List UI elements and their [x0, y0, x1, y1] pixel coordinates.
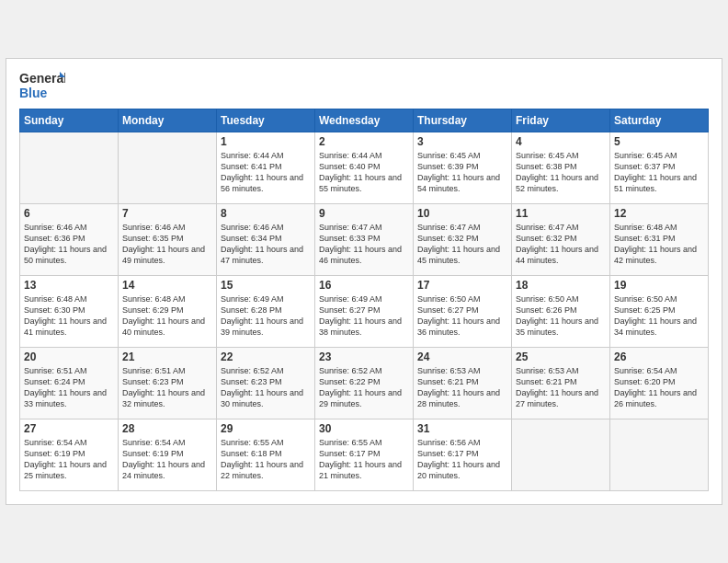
cell-content: Sunrise: 6:51 AMSunset: 6:24 PMDaylight:… [24, 365, 114, 410]
day-number: 18 [516, 279, 606, 292]
calendar-cell: 25Sunrise: 6:53 AMSunset: 6:21 PMDayligh… [512, 348, 610, 419]
svg-text:General: General [19, 71, 65, 86]
day-number: 9 [319, 207, 409, 220]
calendar-cell: 13Sunrise: 6:48 AMSunset: 6:30 PMDayligh… [20, 276, 119, 348]
day-number: 30 [319, 422, 409, 435]
cell-content: Sunrise: 6:45 AMSunset: 6:39 PMDaylight:… [417, 150, 507, 195]
calendar-cell: 3Sunrise: 6:45 AMSunset: 6:39 PMDaylight… [414, 132, 512, 204]
svg-text:Blue: Blue [19, 86, 48, 100]
day-number: 20 [24, 350, 114, 363]
calendar-container: General Blue SundayMondayTuesdayWednesda… [6, 58, 722, 505]
calendar-cell: 7Sunrise: 6:46 AMSunset: 6:35 PMDaylight… [119, 204, 217, 276]
calendar-cell: 24Sunrise: 6:53 AMSunset: 6:21 PMDayligh… [414, 348, 512, 419]
cell-content: Sunrise: 6:53 AMSunset: 6:21 PMDaylight:… [417, 365, 507, 410]
calendar-cell: 20Sunrise: 6:51 AMSunset: 6:24 PMDayligh… [20, 348, 119, 419]
calendar-cell: 9Sunrise: 6:47 AMSunset: 6:33 PMDaylight… [315, 204, 414, 276]
weekday-header-saturday: Saturday [610, 109, 709, 132]
week-row-1: 1Sunrise: 6:44 AMSunset: 6:41 PMDaylight… [20, 132, 709, 204]
day-number: 11 [516, 207, 606, 220]
day-number: 28 [122, 422, 212, 435]
day-number: 2 [319, 135, 409, 148]
day-number: 22 [221, 350, 311, 363]
weekday-header-row: SundayMondayTuesdayWednesdayThursdayFrid… [20, 109, 709, 132]
calendar-cell: 12Sunrise: 6:48 AMSunset: 6:31 PMDayligh… [610, 204, 709, 276]
calendar-cell: 22Sunrise: 6:52 AMSunset: 6:23 PMDayligh… [217, 348, 315, 419]
day-number: 23 [319, 350, 409, 363]
day-number: 16 [319, 279, 409, 292]
day-number: 7 [122, 207, 212, 220]
day-number: 6 [24, 207, 114, 220]
cell-content: Sunrise: 6:48 AMSunset: 6:30 PMDaylight:… [24, 293, 114, 339]
day-number: 25 [516, 350, 606, 363]
header-row: General Blue [19, 68, 709, 103]
calendar-cell: 26Sunrise: 6:54 AMSunset: 6:20 PMDayligh… [610, 348, 709, 419]
day-number: 26 [614, 350, 704, 363]
calendar-cell: 5Sunrise: 6:45 AMSunset: 6:37 PMDaylight… [610, 132, 709, 204]
day-number: 15 [221, 279, 311, 292]
calendar-cell: 17Sunrise: 6:50 AMSunset: 6:27 PMDayligh… [414, 276, 512, 348]
cell-content: Sunrise: 6:54 AMSunset: 6:19 PMDaylight:… [122, 437, 212, 482]
cell-content: Sunrise: 6:47 AMSunset: 6:32 PMDaylight:… [516, 222, 606, 267]
calendar-cell: 19Sunrise: 6:50 AMSunset: 6:25 PMDayligh… [610, 276, 709, 348]
logo: General Blue [19, 68, 65, 103]
cell-content: Sunrise: 6:45 AMSunset: 6:37 PMDaylight:… [614, 150, 704, 195]
week-row-4: 20Sunrise: 6:51 AMSunset: 6:24 PMDayligh… [20, 348, 709, 419]
cell-content: Sunrise: 6:46 AMSunset: 6:36 PMDaylight:… [24, 222, 114, 267]
weekday-header-friday: Friday [512, 109, 610, 132]
cell-content: Sunrise: 6:52 AMSunset: 6:22 PMDaylight:… [319, 365, 409, 410]
day-number: 29 [221, 422, 311, 435]
calendar-cell: 30Sunrise: 6:55 AMSunset: 6:17 PMDayligh… [315, 419, 414, 491]
cell-content: Sunrise: 6:46 AMSunset: 6:35 PMDaylight:… [122, 222, 212, 267]
calendar-cell: 15Sunrise: 6:49 AMSunset: 6:28 PMDayligh… [217, 276, 315, 348]
cell-content: Sunrise: 6:48 AMSunset: 6:29 PMDaylight:… [122, 293, 212, 339]
week-row-5: 27Sunrise: 6:54 AMSunset: 6:19 PMDayligh… [20, 419, 709, 491]
weekday-header-tuesday: Tuesday [217, 109, 315, 132]
cell-content: Sunrise: 6:54 AMSunset: 6:19 PMDaylight:… [24, 437, 114, 482]
day-number: 17 [417, 279, 507, 292]
calendar-cell: 14Sunrise: 6:48 AMSunset: 6:29 PMDayligh… [119, 276, 217, 348]
cell-content: Sunrise: 6:50 AMSunset: 6:27 PMDaylight:… [417, 293, 507, 339]
cell-content: Sunrise: 6:52 AMSunset: 6:23 PMDaylight:… [221, 365, 311, 410]
cell-content: Sunrise: 6:50 AMSunset: 6:25 PMDaylight:… [614, 293, 704, 339]
day-number: 31 [417, 422, 507, 435]
day-number: 27 [24, 422, 114, 435]
calendar-cell: 8Sunrise: 6:46 AMSunset: 6:34 PMDaylight… [217, 204, 315, 276]
cell-content: Sunrise: 6:49 AMSunset: 6:27 PMDaylight:… [319, 293, 409, 339]
day-number: 21 [122, 350, 212, 363]
calendar-cell: 1Sunrise: 6:44 AMSunset: 6:41 PMDaylight… [217, 132, 315, 204]
calendar-table: SundayMondayTuesdayWednesdayThursdayFrid… [19, 109, 709, 491]
day-number: 19 [614, 279, 704, 292]
cell-content: Sunrise: 6:55 AMSunset: 6:18 PMDaylight:… [221, 437, 311, 482]
calendar-cell: 6Sunrise: 6:46 AMSunset: 6:36 PMDaylight… [20, 204, 119, 276]
cell-content: Sunrise: 6:44 AMSunset: 6:41 PMDaylight:… [221, 150, 311, 195]
day-number: 24 [417, 350, 507, 363]
calendar-cell: 29Sunrise: 6:55 AMSunset: 6:18 PMDayligh… [217, 419, 315, 491]
day-number: 1 [221, 135, 311, 148]
day-number: 4 [516, 135, 606, 148]
cell-content: Sunrise: 6:46 AMSunset: 6:34 PMDaylight:… [221, 222, 311, 267]
day-number: 14 [122, 279, 212, 292]
calendar-cell: 10Sunrise: 6:47 AMSunset: 6:32 PMDayligh… [414, 204, 512, 276]
cell-content: Sunrise: 6:45 AMSunset: 6:38 PMDaylight:… [516, 150, 606, 195]
calendar-cell: 31Sunrise: 6:56 AMSunset: 6:17 PMDayligh… [414, 419, 512, 491]
cell-content: Sunrise: 6:47 AMSunset: 6:32 PMDaylight:… [417, 222, 507, 267]
cell-content: Sunrise: 6:50 AMSunset: 6:26 PMDaylight:… [516, 293, 606, 339]
calendar-cell: 18Sunrise: 6:50 AMSunset: 6:26 PMDayligh… [512, 276, 610, 348]
day-number: 5 [614, 135, 704, 148]
weekday-header-monday: Monday [119, 109, 217, 132]
weekday-header-sunday: Sunday [20, 109, 119, 132]
cell-content: Sunrise: 6:55 AMSunset: 6:17 PMDaylight:… [319, 437, 409, 482]
calendar-cell [119, 132, 217, 204]
calendar-cell: 2Sunrise: 6:44 AMSunset: 6:40 PMDaylight… [315, 132, 414, 204]
calendar-cell: 4Sunrise: 6:45 AMSunset: 6:38 PMDaylight… [512, 132, 610, 204]
calendar-cell: 21Sunrise: 6:51 AMSunset: 6:23 PMDayligh… [119, 348, 217, 419]
cell-content: Sunrise: 6:48 AMSunset: 6:31 PMDaylight:… [614, 222, 704, 267]
logo-svg: General Blue [19, 68, 65, 103]
calendar-cell: 16Sunrise: 6:49 AMSunset: 6:27 PMDayligh… [315, 276, 414, 348]
weekday-header-wednesday: Wednesday [315, 109, 414, 132]
calendar-cell: 27Sunrise: 6:54 AMSunset: 6:19 PMDayligh… [20, 419, 119, 491]
day-number: 8 [221, 207, 311, 220]
calendar-cell [20, 132, 119, 204]
cell-content: Sunrise: 6:54 AMSunset: 6:20 PMDaylight:… [614, 365, 704, 410]
cell-content: Sunrise: 6:47 AMSunset: 6:33 PMDaylight:… [319, 222, 409, 267]
